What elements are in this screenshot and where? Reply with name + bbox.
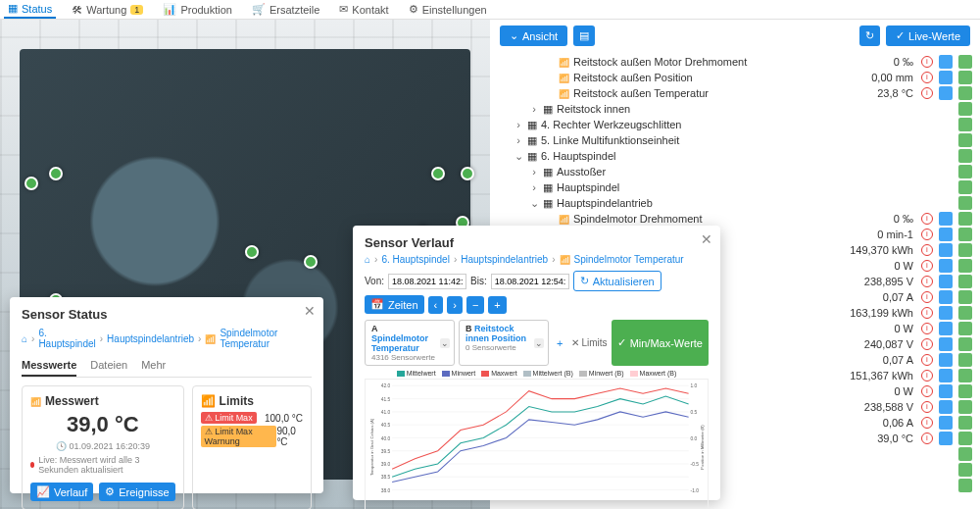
info-icon[interactable]: i <box>921 56 933 68</box>
tree-row[interactable]: ›▦5. Linke Multifunktionseinheit <box>490 132 980 148</box>
sensor-marker[interactable] <box>49 167 63 180</box>
info-icon[interactable]: i <box>921 370 933 382</box>
von-input[interactable] <box>388 274 466 289</box>
home-icon[interactable]: ⌂ <box>365 254 370 265</box>
tree-row[interactable]: Spindelmotor Drehmoment0 ‰i <box>490 211 980 227</box>
crumb[interactable]: Hauptspindelantrieb <box>107 333 194 344</box>
tree-row[interactable]: Reitstock außen Temperatur23,8 °Ci <box>490 85 980 101</box>
info-icon[interactable]: i <box>921 417 933 429</box>
status-chip[interactable] <box>958 384 972 398</box>
sensor-marker[interactable] <box>24 177 38 190</box>
chart-chip[interactable] <box>939 384 953 398</box>
info-icon[interactable]: i <box>921 433 933 444</box>
status-chip[interactable] <box>958 86 972 100</box>
status-chip[interactable] <box>958 353 972 367</box>
status-chip[interactable] <box>958 180 972 194</box>
zeiten-button[interactable]: 📅Zeiten <box>365 295 424 314</box>
status-chip[interactable] <box>958 322 972 335</box>
add-sensor-button[interactable]: + <box>553 320 566 366</box>
status-chip[interactable] <box>958 55 972 69</box>
zoom-in-button[interactable]: + <box>488 296 506 314</box>
sensor-marker[interactable] <box>431 167 445 180</box>
status-chip[interactable] <box>958 165 972 178</box>
status-chip[interactable] <box>958 337 972 351</box>
chart-area[interactable]: 38.038.539.039.540.040.541.041.542.0-1.0… <box>365 379 709 509</box>
status-chip[interactable] <box>958 243 972 257</box>
tab-produktion[interactable]: 📊Produktion <box>159 1 236 18</box>
chart-chip[interactable] <box>939 416 953 430</box>
info-icon[interactable]: i <box>921 354 933 366</box>
chart-chip[interactable] <box>939 432 953 445</box>
aktualisieren-button[interactable]: ↻Aktualisieren <box>573 271 662 291</box>
home-icon[interactable]: ⌂ <box>22 333 27 344</box>
status-chip[interactable] <box>958 369 972 382</box>
chart-chip[interactable] <box>939 353 953 367</box>
tree-row[interactable]: ›▦4. Rechter Werkzeugschlitten <box>490 117 980 132</box>
tab-mehr[interactable]: Mehr <box>141 355 166 377</box>
layout-button[interactable]: ▤ <box>573 25 595 46</box>
chart-chip[interactable] <box>939 275 953 288</box>
tree-row[interactable]: ›▦Hauptspindel <box>490 179 980 195</box>
tab-status[interactable]: ▦Status <box>4 0 56 19</box>
crumb[interactable]: 6. Hauptspindel <box>381 254 450 265</box>
ansicht-button[interactable]: ⌄Ansicht <box>500 25 567 46</box>
info-icon[interactable]: i <box>921 291 933 303</box>
chevron-icon[interactable]: ⌄ <box>529 197 539 210</box>
chevron-down-icon[interactable]: ⌄ <box>534 338 544 348</box>
zoom-out-button[interactable]: − <box>466 296 484 314</box>
status-chip[interactable] <box>958 479 972 492</box>
tab-ersatzteile[interactable]: 🛒Ersatzteile <box>248 1 323 18</box>
limits-toggle[interactable]: ✕ Limits <box>571 320 608 366</box>
verlauf-button[interactable]: 📈Verlauf <box>30 483 93 501</box>
info-icon[interactable]: i <box>921 229 933 240</box>
tab-einstellungen[interactable]: ⚙Einstellungen <box>405 1 491 18</box>
chevron-down-icon[interactable]: ⌄ <box>440 338 450 348</box>
close-icon[interactable]: ✕ <box>701 231 712 247</box>
chart-chip[interactable] <box>939 243 953 257</box>
status-chip[interactable] <box>958 447 972 461</box>
chevron-icon[interactable]: › <box>514 134 523 146</box>
status-chip[interactable] <box>958 102 972 116</box>
info-icon[interactable]: i <box>921 338 933 350</box>
chevron-icon[interactable]: › <box>529 166 539 178</box>
sensor-marker[interactable] <box>245 245 259 259</box>
tree-row[interactable]: ›▦Ausstoßer <box>490 164 980 179</box>
info-icon[interactable]: i <box>921 323 933 334</box>
tree-row[interactable]: Reitstock außen Position0,00 mmi <box>490 70 980 85</box>
info-icon[interactable]: i <box>921 307 933 319</box>
tree-row[interactable]: ›▦Reitstock innen <box>490 101 980 117</box>
sensor-a-selector[interactable]: A Spindelmotor Temperatur 4316 Sensorwer… <box>365 320 455 366</box>
refresh-button[interactable]: ↻ <box>859 25 880 46</box>
info-icon[interactable]: i <box>921 401 933 413</box>
status-chip[interactable] <box>958 228 972 241</box>
info-icon[interactable]: i <box>921 244 933 256</box>
chart-chip[interactable] <box>939 400 953 414</box>
chart-chip[interactable] <box>939 55 953 69</box>
status-chip[interactable] <box>958 400 972 414</box>
next-button[interactable]: › <box>447 296 463 314</box>
chart-chip[interactable] <box>939 322 953 335</box>
status-chip[interactable] <box>958 212 972 226</box>
ereignisse-button[interactable]: ⚙Ereignisse <box>99 483 174 501</box>
status-chip[interactable] <box>958 306 972 320</box>
info-icon[interactable]: i <box>921 276 933 287</box>
info-icon[interactable]: i <box>921 260 933 272</box>
chart-chip[interactable] <box>939 259 953 273</box>
info-icon[interactable]: i <box>921 213 933 225</box>
chart-chip[interactable] <box>939 369 953 382</box>
tab-wartung[interactable]: 🛠Wartung1 <box>68 2 147 18</box>
tree-row[interactable]: ⌄▦Hauptspindelantrieb <box>490 195 980 211</box>
crumb[interactable]: Hauptspindelantrieb <box>461 254 548 265</box>
minmax-toggle[interactable]: ✓ Min/Max-Werte <box>612 320 709 366</box>
close-icon[interactable]: ✕ <box>304 303 316 319</box>
status-chip[interactable] <box>958 259 972 273</box>
chart-chip[interactable] <box>939 212 953 226</box>
status-chip[interactable] <box>958 275 972 288</box>
status-chip[interactable] <box>958 432 972 445</box>
chart-chip[interactable] <box>939 306 953 320</box>
chart-chip[interactable] <box>939 290 953 304</box>
status-chip[interactable] <box>958 149 972 163</box>
status-chip[interactable] <box>958 290 972 304</box>
status-chip[interactable] <box>958 133 972 147</box>
info-icon[interactable]: i <box>921 385 933 397</box>
